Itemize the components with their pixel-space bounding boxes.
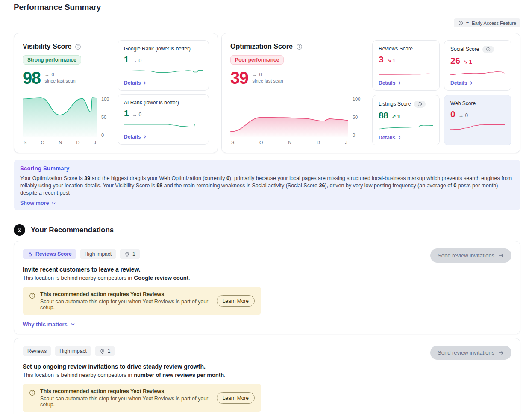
- learn-more-button[interactable]: Learn More: [217, 392, 255, 404]
- visibility-main: Visibility Score Strong performance 98 →…: [23, 40, 112, 145]
- listings-sparkline: [379, 121, 433, 131]
- category-badge: Reviews Score: [23, 249, 76, 259]
- reviews-details-link[interactable]: Details: [379, 80, 433, 86]
- visibility-chart-svg: [23, 96, 97, 137]
- optimization-x-axis: SONDJ: [230, 140, 348, 145]
- visibility-subcards: Google Rank (lower is better) 1 → 0 Deta…: [118, 40, 209, 145]
- visibility-delta: →0 since last scan: [45, 71, 76, 85]
- recommendations-heading: Your Recommendations: [31, 226, 114, 234]
- reviews-score-delta: ↘ 1: [387, 58, 395, 64]
- scout-logo: [14, 224, 25, 236]
- optimization-chart-svg: [230, 96, 348, 137]
- google-rank-title: Google Rank (lower is better): [124, 46, 203, 52]
- pin-icon: [100, 349, 105, 354]
- info-icon: [29, 390, 35, 396]
- google-rank-details-link[interactable]: Details: [124, 80, 203, 86]
- optimization-score-card: Optimization Score Poor performance 39 →…: [221, 33, 520, 153]
- reviews-score-title: Reviews Score: [379, 46, 433, 52]
- chevron-right-icon: [469, 81, 473, 85]
- google-rank-card: Google Rank (lower is better) 1 → 0 Deta…: [118, 40, 209, 91]
- category-badge: Reviews: [23, 346, 51, 356]
- pin-icon: [124, 251, 130, 257]
- visibility-x-axis: SONDJ: [23, 140, 97, 145]
- info-icon[interactable]: [296, 44, 303, 50]
- optimization-status-badge: Poor performance: [230, 55, 284, 65]
- chevron-right-icon: [397, 136, 402, 140]
- ai-rank-title: AI Rank (lower is better): [124, 100, 203, 106]
- visibility-status-badge: Strong performance: [23, 55, 81, 65]
- info-icon[interactable]: [75, 44, 81, 50]
- ai-rank-details-link[interactable]: Details: [124, 134, 203, 140]
- notice-body: Scout can automate this step for you whe…: [40, 299, 212, 310]
- medal-icon: [27, 251, 33, 257]
- info-icon: [29, 293, 35, 299]
- google-rank-sparkline: [124, 65, 203, 77]
- recommendation-title: Invite recent customers to leave a revie…: [23, 266, 511, 273]
- social-score-card: Social Score 26 ↘ 1 Details: [444, 40, 511, 91]
- visibility-title: Visibility Score: [23, 43, 71, 50]
- early-access-label: Early Access Feature: [472, 21, 516, 26]
- page-title: Performance Summary: [14, 3, 520, 12]
- scout-icon: [16, 227, 23, 233]
- scoring-summary-panel: Scoring Summary Your Optimization Score …: [14, 160, 520, 210]
- early-access-badge: = Early Access Feature: [454, 18, 520, 27]
- optimization-main: Optimization Score Poor performance 39 →…: [230, 40, 363, 145]
- optimization-trend-chart: SONDJ 100500: [230, 96, 363, 145]
- optimization-score-value: 39: [230, 70, 248, 86]
- recommendation-title: Set up ongoing review invitations to dri…: [23, 363, 511, 370]
- clock-icon: [417, 102, 422, 106]
- ai-rank-sparkline: [124, 119, 203, 130]
- notice-title: This recommended action requires Yext Re…: [40, 291, 212, 297]
- reviews-score-card: Reviews Score 3 ↘ 1 Details: [372, 40, 440, 91]
- why-this-matters-link[interactable]: Why this matters: [23, 321, 75, 328]
- web-score-delta: → 0: [459, 112, 468, 118]
- requires-yext-reviews-notice: This recommended action requires Yext Re…: [23, 287, 261, 315]
- recommendation-subtitle: This location is behind nearby competito…: [23, 275, 511, 281]
- social-details-link[interactable]: Details: [450, 80, 505, 86]
- ai-rank-value: 1: [124, 108, 129, 118]
- clock-icon: [486, 47, 491, 52]
- early-access-clock-badge: [414, 101, 426, 108]
- recommendation-card: Reviews High impact 1 Send review invita…: [14, 338, 520, 414]
- recommendation-card: Reviews Score High impact 1 Send review …: [14, 241, 520, 334]
- learn-more-button[interactable]: Learn More: [217, 295, 255, 307]
- listings-score-delta: ↗ 1: [391, 114, 400, 120]
- optimization-subcards: Reviews Score 3 ↘ 1 Details Social Score…: [372, 40, 511, 145]
- reviews-sparkline: [379, 65, 433, 77]
- listings-score-title: Listings Score: [379, 101, 411, 107]
- optimization-delta: →0 since last scan: [253, 71, 283, 85]
- notice-title: This recommended action requires Yext Re…: [40, 388, 212, 394]
- scoring-summary-title: Scoring Summary: [20, 165, 70, 172]
- early-access-row: = Early Access Feature: [14, 18, 520, 27]
- location-count-badge: 1: [120, 249, 140, 259]
- social-score-delta: ↘ 1: [463, 59, 472, 65]
- send-review-invitations-button[interactable]: Send review invitations: [430, 346, 511, 360]
- chevron-right-icon: [397, 81, 402, 85]
- social-sparkline: [450, 66, 505, 77]
- recommendations-header: Your Recommendations: [14, 224, 520, 236]
- location-count-badge: 1: [95, 346, 115, 356]
- chevron-right-icon: [143, 135, 147, 139]
- reviews-score-value: 3: [379, 54, 383, 65]
- impact-badge: High impact: [80, 249, 116, 259]
- chevron-down-icon: [51, 201, 56, 206]
- social-score-value: 26: [450, 56, 460, 66]
- visibility-trend-chart: SONDJ 100500: [23, 96, 112, 145]
- recommendation-subtitle: This location is behind nearby competito…: [23, 372, 511, 378]
- requires-yext-reviews-notice: This recommended action requires Yext Re…: [23, 384, 261, 412]
- web-score-card: Web Score 0 → 0: [444, 95, 511, 145]
- listings-score-value: 88: [379, 110, 388, 121]
- scoring-summary-text: Your Optimization Score is 39 and the bi…: [20, 175, 514, 197]
- show-more-link[interactable]: Show more: [20, 200, 56, 206]
- clock-icon: [458, 21, 463, 26]
- send-review-invitations-button[interactable]: Send review invitations: [430, 248, 511, 263]
- visibility-y-axis: 100500: [101, 96, 112, 138]
- arrow-right-icon: [498, 253, 504, 259]
- ai-rank-delta: → 0: [132, 112, 141, 118]
- visibility-score-card: Visibility Score Strong performance 98 →…: [14, 33, 218, 153]
- optimization-y-axis: 100500: [353, 96, 363, 138]
- listings-details-link[interactable]: Details: [379, 135, 433, 141]
- ai-rank-card: AI Rank (lower is better) 1 → 0 Details: [118, 94, 209, 145]
- social-score-title: Social Score: [450, 46, 479, 52]
- visibility-score-value: 98: [23, 70, 41, 86]
